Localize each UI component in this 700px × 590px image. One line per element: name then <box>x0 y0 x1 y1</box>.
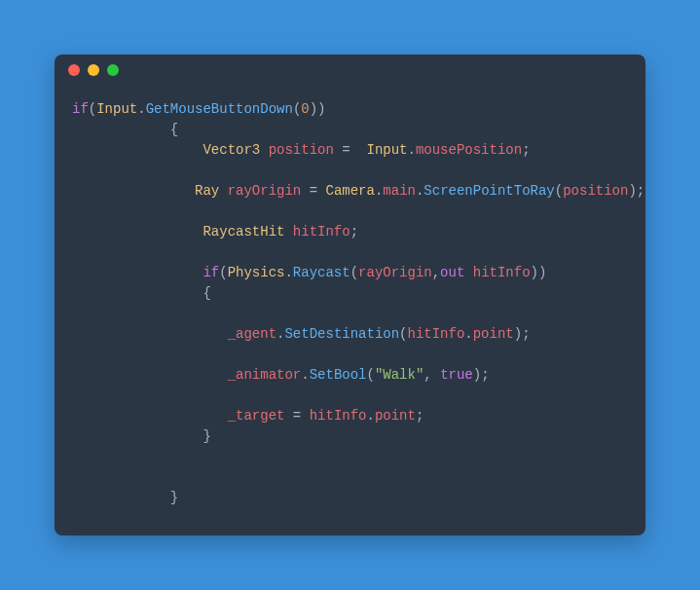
code-token <box>301 408 309 424</box>
code-token <box>284 224 292 240</box>
code-token: } <box>203 428 210 444</box>
code-token: 0 <box>301 101 309 117</box>
code-token: } <box>170 490 178 505</box>
code-line: } <box>72 426 628 447</box>
code-token: { <box>170 122 178 137</box>
minimize-icon[interactable] <box>88 64 99 76</box>
code-token: main <box>383 183 416 199</box>
code-token: Vector3 <box>203 142 260 158</box>
code-token: { <box>203 285 210 301</box>
code-token: . <box>366 408 374 424</box>
code-line: if(Physics.Raycast(rayOrigin,out hitInfo… <box>72 263 628 283</box>
code-token <box>72 122 170 137</box>
code-line <box>72 304 628 324</box>
code-token: ); <box>473 367 490 383</box>
code-token <box>284 408 292 424</box>
code-token: ( <box>555 183 563 199</box>
code-token <box>219 183 227 199</box>
code-line: _animator.SetBool("Walk", true); <box>72 365 628 386</box>
code-token: . <box>284 265 292 280</box>
code-token: ); <box>628 183 645 199</box>
code-token: . <box>464 326 472 342</box>
code-token: hitInfo <box>310 408 367 424</box>
code-token: Input <box>96 101 137 117</box>
code-token: mousePosition <box>416 142 522 158</box>
code-token: "Walk" <box>375 367 424 383</box>
code-token: GetMouseButtonDown <box>146 101 293 117</box>
code-token: = <box>310 183 317 199</box>
code-token <box>317 183 325 199</box>
code-token: . <box>301 367 309 383</box>
code-token: ( <box>399 326 407 342</box>
code-token: ; <box>416 408 424 424</box>
code-token: SetBool <box>310 367 367 383</box>
code-token <box>301 183 309 199</box>
code-token: point <box>375 408 416 424</box>
code-token <box>72 183 195 199</box>
code-token: out <box>440 265 464 280</box>
code-token: = <box>293 408 301 424</box>
code-line <box>72 447 628 467</box>
code-line: Ray rayOrigin = Camera.main.ScreenPointT… <box>72 181 628 202</box>
code-token: if <box>203 265 219 280</box>
code-line: if(Input.GetMouseButtonDown(0)) <box>72 99 628 120</box>
code-line <box>72 202 628 222</box>
code-line: } <box>72 488 628 508</box>
code-token: ( <box>219 265 227 280</box>
code-token: position <box>563 183 628 199</box>
code-token <box>72 224 203 240</box>
code-token: _agent <box>228 326 276 342</box>
code-token <box>334 142 342 158</box>
code-token: rayOrigin <box>358 265 432 280</box>
code-token: SetDestination <box>284 326 399 342</box>
code-token: = <box>342 142 350 158</box>
code-token: if <box>72 101 89 117</box>
code-token <box>350 142 367 158</box>
code-token: ( <box>350 265 358 280</box>
code-token <box>72 326 228 342</box>
code-token <box>260 142 268 158</box>
code-line <box>72 345 628 365</box>
code-window: if(Input.GetMouseButtonDown(0)) { Vector… <box>55 55 645 535</box>
code-token <box>72 490 170 505</box>
code-token: ; <box>350 224 358 240</box>
code-token: true <box>440 367 473 383</box>
code-token <box>72 408 228 424</box>
code-token: Physics <box>228 265 285 280</box>
code-token: Raycast <box>293 265 350 280</box>
code-token: )) <box>310 101 326 117</box>
stage: if(Input.GetMouseButtonDown(0)) { Vector… <box>0 0 700 590</box>
code-token: hitInfo <box>293 224 350 240</box>
code-token: _animator <box>228 367 302 383</box>
code-token <box>72 142 203 158</box>
code-token: hitInfo <box>408 326 465 342</box>
code-token: _target <box>228 408 285 424</box>
code-token: rayOrigin <box>228 183 302 199</box>
code-line <box>72 386 628 406</box>
code-token: , <box>432 265 440 280</box>
code-line: _agent.SetDestination(hitInfo.point); <box>72 324 628 345</box>
code-token: ( <box>366 367 374 383</box>
code-token: Ray <box>195 183 219 199</box>
code-line <box>72 242 628 263</box>
code-line: { <box>72 120 628 140</box>
code-line <box>72 467 628 488</box>
code-token <box>72 285 203 301</box>
close-icon[interactable] <box>68 64 80 76</box>
code-token: )) <box>531 265 547 280</box>
code-token: position <box>269 142 334 158</box>
code-token <box>72 367 228 383</box>
code-line: RaycastHit hitInfo; <box>72 222 628 242</box>
code-token: . <box>408 142 416 158</box>
code-token: ScreenPointToRay <box>424 183 554 199</box>
window-titlebar <box>55 55 645 86</box>
code-token <box>464 265 472 280</box>
code-token: point <box>473 326 514 342</box>
code-token: Input <box>366 142 407 158</box>
code-token: . <box>137 101 145 117</box>
zoom-icon[interactable] <box>107 64 119 76</box>
code-token <box>72 428 203 444</box>
code-token: ( <box>89 101 96 117</box>
code-token: RaycastHit <box>203 224 284 240</box>
code-block: if(Input.GetMouseButtonDown(0)) { Vector… <box>55 86 645 528</box>
